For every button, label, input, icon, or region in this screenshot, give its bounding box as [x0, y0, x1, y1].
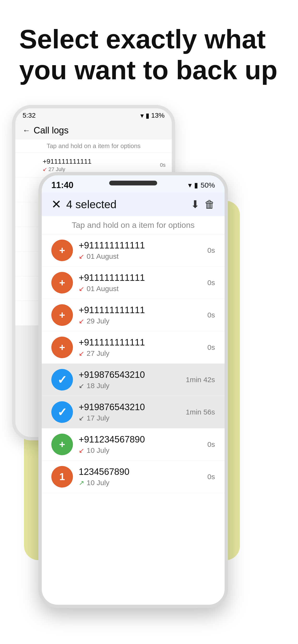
front-call-item-8[interactable]: 1 1234567890 ↗ 10 July 0s — [42, 461, 225, 493]
front-call-number-5: +919876543210 — [79, 370, 186, 380]
back-app-title: Call logs — [34, 125, 69, 136]
front-call-item-5[interactable]: ✓ +919876543210 ↙ 18 July 1min 42s — [42, 364, 225, 396]
front-subtitle: Tap and hold on a item for options — [42, 216, 225, 234]
front-call-info-4: +911111111111 ↙ 27 July — [79, 337, 207, 358]
front-avatar-1: + — [51, 240, 73, 261]
back-call-number-1: +911111111111 — [43, 158, 160, 165]
back-avatar-6: 1 — [22, 280, 38, 297]
front-app-header: ✕ 4 selected ⬇ 🗑 — [42, 192, 225, 216]
front-call-duration-6: 1min 56s — [186, 408, 215, 416]
front-call-arrow-6: ↙ — [79, 414, 84, 422]
front-battery-icon: ▮ — [194, 181, 198, 189]
front-call-duration-1: 0s — [207, 246, 215, 254]
front-call-item-1[interactable]: + +911111111111 ↙ 01 August 0s — [42, 234, 225, 267]
front-call-duration-7: 0s — [207, 440, 215, 448]
front-avatar-6: ✓ — [51, 401, 73, 423]
front-call-date-6: 17 July — [87, 414, 109, 422]
front-call-meta-1: ↙ 01 August — [79, 252, 207, 260]
front-avatar-5: ✓ — [51, 369, 73, 390]
front-call-meta-8: ↗ 10 July — [79, 479, 207, 487]
front-call-date-7: 10 July — [87, 446, 109, 454]
front-call-duration-2: 0s — [207, 279, 215, 287]
front-call-item-3[interactable]: + +911111111111 ↙ 29 July 0s — [42, 299, 225, 331]
front-call-duration-3: 0s — [207, 311, 215, 319]
front-call-number-6: +919876543210 — [79, 402, 186, 413]
back-signal-icon: ▾ — [140, 112, 144, 120]
front-call-item-4[interactable]: + +911111111111 ↙ 27 July 0s — [42, 331, 225, 364]
front-call-info-3: +911111111111 ↙ 29 July — [79, 305, 207, 325]
back-avatar-2: + — [22, 181, 38, 198]
front-call-meta-6: ↙ 17 July — [79, 414, 186, 422]
front-call-info-6: +919876543210 ↙ 17 July — [79, 402, 186, 422]
front-call-duration-5: 1min 42s — [186, 376, 215, 384]
front-call-arrow-3: ↙ — [79, 317, 84, 325]
back-avatar-7: 1 — [22, 305, 38, 322]
front-call-meta-3: ↙ 29 July — [79, 317, 207, 325]
front-call-info-8: 1234567890 ↗ 10 July — [79, 466, 207, 487]
front-call-number-3: +911111111111 — [79, 305, 207, 316]
back-avatar-3: + — [22, 206, 38, 223]
front-avatar-3: + — [51, 304, 73, 326]
back-app-header: ← Call logs — [15, 122, 172, 140]
front-selected-count: 4 selected — [66, 198, 117, 211]
front-call-number-2: +911111111111 — [79, 272, 207, 284]
back-avatar-5: 1 — [22, 256, 38, 272]
front-call-number-7: +911234567890 — [79, 434, 207, 445]
front-call-arrow-7: ↙ — [79, 446, 84, 454]
front-call-meta-7: ↙ 10 July — [79, 446, 207, 454]
front-call-arrow-1: ↙ — [79, 252, 84, 260]
front-call-info-1: +911111111111 ↙ 01 August — [79, 240, 207, 261]
front-call-meta-5: ↙ 18 July — [79, 382, 186, 390]
front-signal-icon: ▾ — [188, 181, 192, 189]
front-avatar-4: + — [51, 336, 73, 358]
back-battery-icon: ▮ — [146, 112, 149, 120]
back-battery-pct: 13% — [151, 112, 165, 119]
front-battery-pct: 50% — [201, 181, 215, 189]
back-status-time: 5:32 — [23, 112, 36, 119]
front-call-arrow-4: ↙ — [79, 350, 84, 358]
back-avatar-4: 1 — [22, 231, 38, 248]
front-call-item-6[interactable]: ✓ +919876543210 ↙ 17 July 1min 56s — [42, 396, 225, 428]
front-call-arrow-8: ↗ — [79, 479, 84, 487]
front-header-actions: ⬇ 🗑 — [191, 198, 215, 210]
front-status-bar: 11:40 ▾ ▮ 50% — [42, 176, 225, 192]
front-notch — [109, 181, 157, 186]
front-delete-icon[interactable]: 🗑 — [204, 198, 215, 210]
front-call-item-2[interactable]: + +911111111111 ↙ 01 August 0s — [42, 267, 225, 299]
front-call-info-5: +919876543210 ↙ 18 July — [79, 370, 186, 390]
front-call-arrow-5: ↙ — [79, 382, 84, 390]
front-call-duration-4: 0s — [207, 343, 215, 352]
back-avatar-1: + — [22, 157, 38, 174]
front-call-item-7[interactable]: + +911234567890 ↙ 10 July 0s — [42, 428, 225, 461]
front-call-date-4: 27 July — [87, 349, 109, 358]
front-call-date-3: 29 July — [87, 317, 109, 325]
back-status-bar: 5:32 ▾ ▮ 13% — [15, 108, 172, 122]
page-container: Select exactly what you want to back up … — [0, 0, 298, 644]
front-avatar-2: + — [51, 272, 73, 294]
front-call-meta-4: ↙ 27 July — [79, 349, 207, 358]
front-call-date-1: 01 August — [87, 252, 118, 260]
back-call-date-1: ↙ 27 July — [43, 166, 160, 172]
front-call-duration-8: 0s — [207, 473, 215, 481]
front-avatar-7: + — [51, 434, 73, 455]
front-download-icon[interactable]: ⬇ — [191, 198, 200, 210]
front-call-number-1: +911111111111 — [79, 240, 207, 251]
front-call-meta-2: ↙ 01 August — [79, 284, 207, 293]
front-call-number-8: 1234567890 — [79, 466, 207, 478]
back-back-icon[interactable]: ← — [23, 126, 30, 135]
back-call-duration-1: 0s — [160, 162, 166, 168]
front-call-date-8: 10 July — [87, 479, 109, 487]
front-call-date-5: 18 July — [87, 382, 109, 390]
front-call-arrow-2: ↙ — [79, 285, 84, 293]
front-call-info-7: +911234567890 ↙ 10 July — [79, 434, 207, 455]
front-call-info-2: +911111111111 ↙ 01 August — [79, 272, 207, 293]
back-subtitle: Tap and hold on a item for options — [15, 140, 172, 153]
front-avatar-8: 1 — [51, 466, 73, 488]
phone-front: 11:40 ▾ ▮ 50% ✕ 4 selected ⬇ 🗑 Tap and h… — [38, 172, 228, 608]
front-close-icon[interactable]: ✕ — [51, 198, 61, 211]
phones-area: 5:32 ▾ ▮ 13% ← Call logs Tap and hold on… — [0, 105, 298, 608]
front-call-number-4: +911111111111 — [79, 337, 207, 348]
front-status-right: ▾ ▮ 50% — [188, 181, 215, 189]
hero-title: Select exactly what you want to back up — [0, 0, 298, 100]
front-call-date-2: 01 August — [87, 284, 118, 293]
